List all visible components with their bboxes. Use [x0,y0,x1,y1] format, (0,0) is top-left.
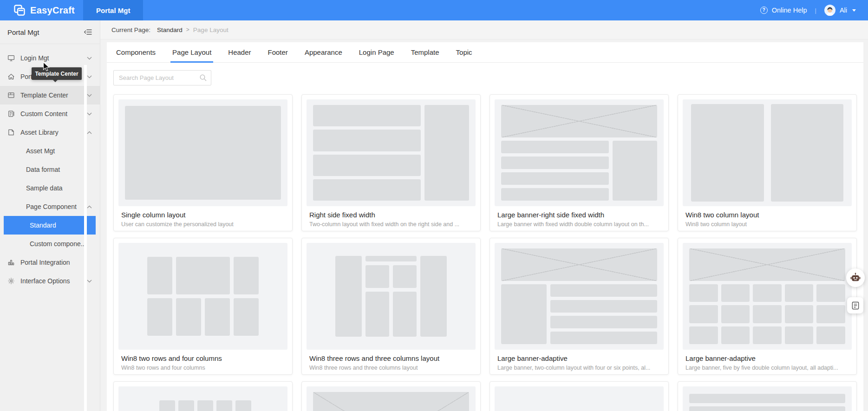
block [234,298,259,336]
block [753,305,782,323]
card-title: Right side fixed width [309,211,473,219]
tab-template[interactable]: Template [411,42,439,63]
main-area: Components Page Layout Header Footer App… [100,39,868,411]
sidebar-item-label: Asset Library [20,129,59,136]
tab-page-layout[interactable]: Page Layout [172,42,211,63]
layout-thumbnail [307,243,476,350]
block [159,400,175,411]
block [689,406,845,411]
username[interactable]: Ali [840,7,847,14]
sidebar-item-label: Data format [26,166,60,173]
gear-icon [7,277,15,285]
breadcrumb: Current Page: Standard > Page Layout [100,20,868,39]
layout-card-partial-2[interactable] [301,381,481,411]
layout-card-two-column[interactable]: Win8 two column layout Win8 two column l… [678,94,857,231]
block [550,284,657,297]
sidebar-item-label: Template Center [20,91,68,99]
feedback-button[interactable] [847,297,863,313]
layout-card-banner-adaptive-grid[interactable]: Large banner-adaptive Large banner, five… [678,238,857,375]
layout-thumbnail [307,99,476,206]
block [424,105,469,201]
block [147,257,172,294]
layout-thumbnail [495,243,664,350]
block [689,326,718,344]
block [125,106,281,200]
block [816,305,845,323]
tab-appearance[interactable]: Appearance [305,42,342,63]
layout-thumbnail [118,243,287,350]
search-box [113,70,211,85]
layout-thumbnail [118,386,287,411]
block [721,284,750,302]
sidebar-item-label: Custom Content [20,110,67,117]
block [816,326,845,344]
breadcrumb-root[interactable]: Standard [157,26,183,33]
block [234,257,259,294]
block [365,265,389,288]
layout-thumbnail [683,99,852,206]
block [753,326,782,344]
easycraft-logo-icon [13,4,26,17]
search-icon[interactable] [199,74,207,82]
chevron-up-icon [87,131,92,134]
search-input[interactable] [113,70,211,85]
sidebar-item-label: Interface Options [20,277,70,285]
block [235,400,251,411]
layout-card-banner-right-fixed[interactable]: Large banner-right side fixed width Larg… [489,94,669,231]
block [313,130,421,151]
chevron-down-icon [87,57,92,60]
block [420,256,447,337]
layout-icon [7,91,15,99]
layout-card-partial-3[interactable] [489,381,669,411]
layout-card-partial-1[interactable] [113,381,293,411]
sidebar-scrollbar[interactable] [84,65,87,411]
avatar[interactable] [824,5,835,16]
card-title: Win8 two column layout [685,211,849,219]
sidebar-item-label: Page Component [26,203,77,210]
breadcrumb-current: Page Layout [193,26,228,33]
brand: EasyCraft [0,4,75,17]
assistant-button[interactable] [846,268,865,287]
block [393,292,417,337]
layout-card-win8-2x4[interactable]: Win8 two rows and four columns Win8 two … [113,238,293,375]
block [501,188,609,201]
sidebar-item-label: Custom compone... [30,240,86,248]
block [689,394,845,403]
layout-card-banner-adaptive-left[interactable]: Large banner-adaptive Large banner, two-… [489,238,669,375]
layout-thumbnail [307,386,476,411]
card-description: Win8 two column layout [685,221,849,228]
block [689,284,718,302]
tab-topic[interactable]: Topic [456,42,472,63]
layout-card-single-column[interactable]: Single column layout User can customize … [113,94,293,231]
layout-card-grid: Single column layout User can customize … [113,94,857,411]
sidebar-item-standard[interactable]: Standard [4,216,96,235]
document-icon [7,110,15,117]
chevron-down-icon [87,112,92,116]
block [721,326,750,344]
block [313,105,421,126]
block [313,155,421,176]
collapse-sidebar-icon[interactable] [84,28,92,36]
chevron-down-icon [87,75,92,78]
tab-footer[interactable]: Footer [268,42,288,63]
content-panel: Components Page Layout Header Footer App… [107,42,863,411]
sidebar-item-login-mgt[interactable]: Login Mgt [0,49,100,67]
nav-tab-portal-mgt[interactable]: Portal Mgt [83,0,143,20]
layout-thumbnail [683,386,852,411]
layout-thumbnail [683,243,852,350]
tab-header[interactable]: Header [228,42,251,63]
layout-card-partial-4[interactable] [678,381,857,411]
tooltip: Template Center [32,67,82,80]
block [501,141,609,153]
block [550,316,657,328]
layout-thumbnail [118,99,287,206]
card-description: Two-column layout with fixed width on th… [309,221,473,228]
user-caret-icon[interactable] [852,9,856,12]
layout-card-win8-3x3[interactable]: Win8 three rows and three columns layout… [301,238,481,375]
layout-card-right-fixed[interactable]: Right side fixed width Two-column layout… [301,94,481,231]
form-icon [851,301,860,310]
tab-login-page[interactable]: Login Page [359,42,394,63]
tab-components[interactable]: Components [116,42,156,63]
online-help-link[interactable]: Online Help [772,7,807,14]
breadcrumb-prefix: Current Page: [111,26,150,33]
